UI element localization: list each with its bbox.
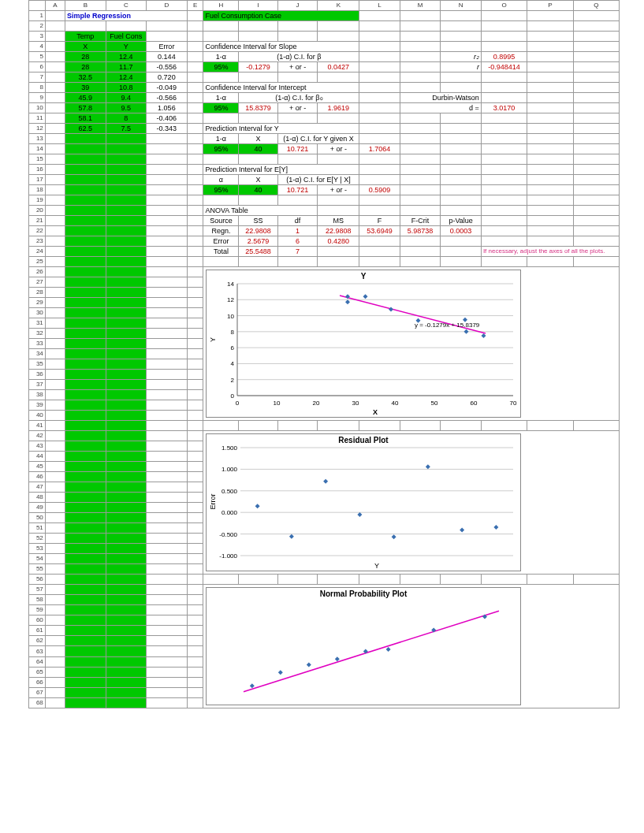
col-header-fuel: Fuel Cons xyxy=(106,32,147,42)
svg-text:0.500: 0.500 xyxy=(221,488,238,495)
svg-text:Y: Y xyxy=(374,562,379,570)
column-header: M xyxy=(400,1,441,11)
residual-plot: Residual Plot-1.000-0.5000.0000.5001.000… xyxy=(203,431,620,575)
data-cell[interactable]: 28 xyxy=(65,62,106,73)
svg-text:Normal Probability Plot: Normal Probability Plot xyxy=(320,589,408,598)
data-cell[interactable]: -0.049 xyxy=(147,83,188,93)
svg-text:10: 10 xyxy=(274,400,281,407)
column-header: O xyxy=(481,1,527,11)
svg-text:Residual Plot: Residual Plot xyxy=(339,436,389,444)
svg-text:8: 8 xyxy=(231,329,235,336)
svg-text:0: 0 xyxy=(236,400,240,407)
svg-text:2: 2 xyxy=(231,377,235,384)
data-cell[interactable]: 28 xyxy=(65,52,106,62)
column-header: H xyxy=(203,1,239,11)
data-cell[interactable]: 1.056 xyxy=(147,103,188,113)
pi-ey-title: Prediction Interval for E[Y] xyxy=(203,165,359,175)
column-header: E xyxy=(187,1,203,11)
svg-rect-0 xyxy=(207,270,521,418)
svg-text:-1.000: -1.000 xyxy=(220,552,238,560)
data-cell[interactable]: -0.566 xyxy=(147,93,188,103)
data-cell[interactable]: 45.9 xyxy=(65,93,106,103)
svg-text:0.000: 0.000 xyxy=(221,509,238,516)
svg-text:0: 0 xyxy=(231,392,235,400)
data-cell[interactable]: 58.1 xyxy=(65,113,106,124)
svg-text:Y: Y xyxy=(361,272,367,281)
svg-text:1.500: 1.500 xyxy=(221,444,238,452)
column-header: C xyxy=(106,1,147,11)
data-cell[interactable]: 7.5 xyxy=(106,124,147,134)
dw-value: 3.0170 xyxy=(481,103,527,113)
svg-text:14: 14 xyxy=(228,281,235,288)
ci-intercept-title: Confidence Interval for Intercept xyxy=(203,83,359,93)
normal-probability-plot: Normal Probability Plot xyxy=(203,585,620,708)
column-header: N xyxy=(441,1,482,11)
r2-value: 0.8995 xyxy=(481,52,527,62)
ci-slope-title: Confidence Interval for Slope xyxy=(203,42,359,52)
data-cell[interactable]: 8 xyxy=(106,113,147,124)
svg-rect-48 xyxy=(207,588,521,705)
svg-text:Error: Error xyxy=(209,493,217,509)
svg-text:12: 12 xyxy=(228,296,235,303)
page-title: Simple Regression xyxy=(65,11,188,21)
column-header: D xyxy=(147,1,188,11)
data-cell[interactable]: 10.8 xyxy=(106,83,147,93)
svg-text:X: X xyxy=(373,408,378,416)
col-header-temp: Temp xyxy=(65,32,106,42)
data-cell[interactable]: 9.4 xyxy=(106,93,147,103)
data-cell[interactable]: 11.7 xyxy=(106,62,147,73)
data-cell[interactable]: -0.343 xyxy=(147,124,188,134)
data-cell[interactable]: 57.8 xyxy=(65,103,106,113)
data-cell[interactable]: 32.5 xyxy=(65,73,106,83)
data-cell[interactable]: 9.5 xyxy=(106,103,147,113)
svg-text:Y: Y xyxy=(209,337,217,342)
svg-text:30: 30 xyxy=(352,400,359,407)
pi-y-title: Prediction Interval for Y xyxy=(203,124,359,134)
svg-text:40: 40 xyxy=(392,400,399,407)
column-header: I xyxy=(239,1,277,11)
svg-rect-32 xyxy=(207,434,521,571)
svg-text:70: 70 xyxy=(510,400,517,407)
case-label: Fuel Consumption Case xyxy=(203,11,359,21)
note-text: If necessary, adjust the axes of all the… xyxy=(481,247,619,257)
data-cell[interactable]: 62.5 xyxy=(65,124,106,134)
data-cell[interactable]: -0.406 xyxy=(147,113,188,124)
column-header: L xyxy=(359,1,400,11)
column-header: K xyxy=(318,1,359,11)
svg-text:20: 20 xyxy=(313,400,320,407)
scatter-chart-y: Y02468101214010203040506070YXy = -0.1279… xyxy=(203,267,620,421)
data-cell[interactable]: -0.556 xyxy=(147,62,188,73)
column-header: J xyxy=(277,1,318,11)
column-header: A xyxy=(45,1,65,11)
svg-text:10: 10 xyxy=(228,313,235,320)
column-header: B xyxy=(65,1,106,11)
svg-text:y =  -0.1279x + 15.8379: y = -0.1279x + 15.8379 xyxy=(415,322,480,329)
data-cell[interactable]: 12.4 xyxy=(106,73,147,83)
r-value: -0.948414 xyxy=(481,62,527,73)
column-header: P xyxy=(527,1,573,11)
column-header: Q xyxy=(573,1,619,11)
svg-text:-0.500: -0.500 xyxy=(220,531,238,538)
data-cell[interactable]: 0.720 xyxy=(147,73,188,83)
data-cell[interactable]: 39 xyxy=(65,83,106,93)
svg-text:6: 6 xyxy=(231,344,235,351)
anova-title: ANOVA Table xyxy=(203,206,318,216)
svg-text:1.000: 1.000 xyxy=(221,466,238,473)
data-cell[interactable]: 12.4 xyxy=(106,52,147,62)
svg-text:60: 60 xyxy=(471,400,478,407)
svg-text:50: 50 xyxy=(431,400,438,407)
spreadsheet-grid: ABCDEHIJKLMNOPQ 1Simple RegressionFuel C… xyxy=(28,0,620,708)
svg-text:4: 4 xyxy=(231,360,235,367)
data-cell[interactable]: 0.144 xyxy=(147,52,188,62)
